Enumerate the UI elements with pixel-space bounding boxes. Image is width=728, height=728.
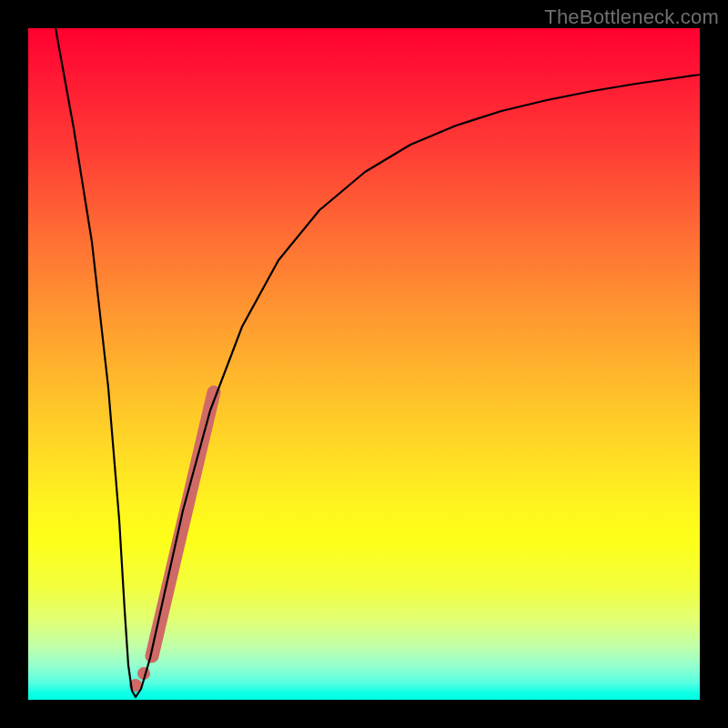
watermark-text: TheBottleneck.com [544, 5, 719, 29]
chart-frame: TheBottleneck.com [0, 0, 728, 728]
chart-svg [28, 28, 700, 700]
bottleneck-curve [56, 28, 700, 697]
plot-area [28, 28, 700, 700]
